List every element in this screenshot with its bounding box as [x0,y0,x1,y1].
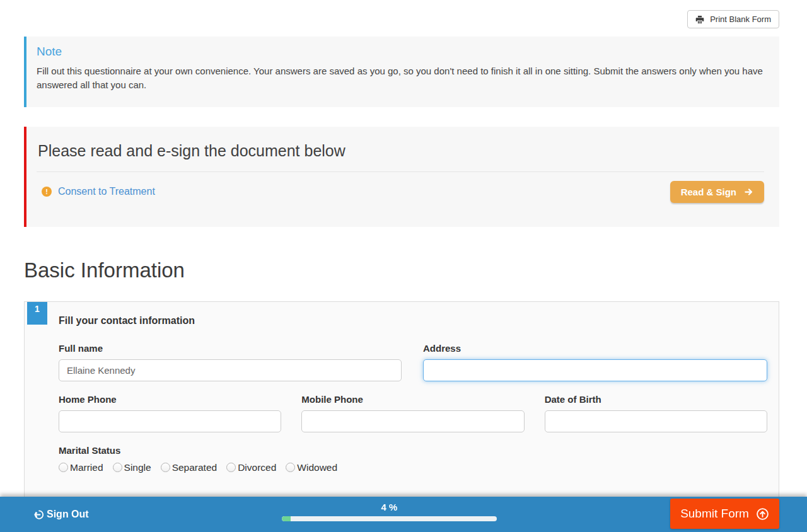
field-row: Full name Address [59,343,767,381]
date-of-birth-label: Date of Birth [545,394,767,405]
progress-indicator: 4 % [282,502,497,521]
home-phone-input[interactable] [59,410,281,432]
mobile-phone-field-group: Mobile Phone [301,394,524,432]
read-sign-label: Read & Sign [681,187,736,197]
marital-status-option[interactable]: Separated [161,462,218,473]
date-of-birth-input[interactable] [545,410,767,432]
marital-status-option[interactable]: Single [113,462,151,473]
read-sign-button[interactable]: Read & Sign [670,181,764,203]
footer-bar: Sign Out 4 % Submit Form [0,497,807,532]
questionnaire-page: Print Blank Form Note Fill out this ques… [0,0,807,519]
card-instruction: Fill your contact information [59,315,767,327]
step-number-badge: 1 [27,302,47,325]
print-blank-form-button[interactable]: Print Blank Form [687,10,779,28]
exclamation-circle-icon [42,187,52,197]
full-name-field-group: Full name [59,343,403,381]
sign-out-icon [33,509,44,520]
marital-status-radio[interactable] [226,463,236,472]
marital-status-option[interactable]: Divorced [226,462,276,473]
marital-status-option[interactable]: Widowed [286,462,337,473]
sign-out-label: Sign Out [47,509,89,520]
submit-form-label: Submit Form [680,507,749,521]
date-of-birth-field-group: Date of Birth [545,394,767,432]
field-row: Home Phone Mobile Phone Date of Birth [59,394,767,432]
progress-bar-track [282,516,497,521]
home-phone-field-group: Home Phone [59,394,281,432]
marital-status-radio[interactable] [59,463,68,472]
print-blank-form-label: Print Blank Form [710,14,771,24]
sign-out-button[interactable]: Sign Out [33,497,89,532]
home-phone-label: Home Phone [59,394,281,405]
full-name-input[interactable] [59,359,402,381]
marital-status-options: Married Single Separated Divorce [59,462,767,473]
mobile-phone-label: Mobile Phone [301,394,524,405]
contact-information-card: 1 Fill your contact information Full nam… [24,301,779,519]
full-name-label: Full name [59,343,402,354]
note-panel: Note Fill out this questionnaire at your… [24,37,779,107]
consent-panel-title: Please read and e-sign the document belo… [37,137,764,160]
progress-percentage-text: 4 % [282,502,497,512]
address-field-group: Address [423,343,767,381]
consent-panel: Please read and e-sign the document belo… [24,127,779,227]
address-input[interactable] [423,359,767,381]
submit-form-button[interactable]: Submit Form [670,499,779,529]
marital-status-option[interactable]: Married [59,462,103,473]
consent-document-link[interactable]: Consent to Treatment [58,186,155,197]
arrow-up-circle-icon [756,507,769,521]
page-title: Basic Information [24,258,779,282]
printer-icon [695,15,704,24]
mobile-phone-input[interactable] [301,410,524,432]
marital-status-radio[interactable] [161,463,170,472]
marital-status-radio[interactable] [113,463,122,472]
address-label: Address [423,343,767,354]
progress-bar-fill [282,516,291,521]
consent-document: Consent to Treatment [37,186,155,197]
marital-status-label: Marital Status [59,445,767,456]
note-title: Note [37,45,767,59]
arrow-right-icon [744,187,753,197]
marital-status-radio[interactable] [286,463,295,472]
toolbar: Print Blank Form [24,0,779,28]
consent-document-row: Consent to Treatment Read & Sign [37,181,764,203]
marital-status-field-group: Marital Status Married Single [59,445,767,473]
note-body: Fill out this questionnaire at your own … [37,64,767,92]
divider [37,171,764,172]
